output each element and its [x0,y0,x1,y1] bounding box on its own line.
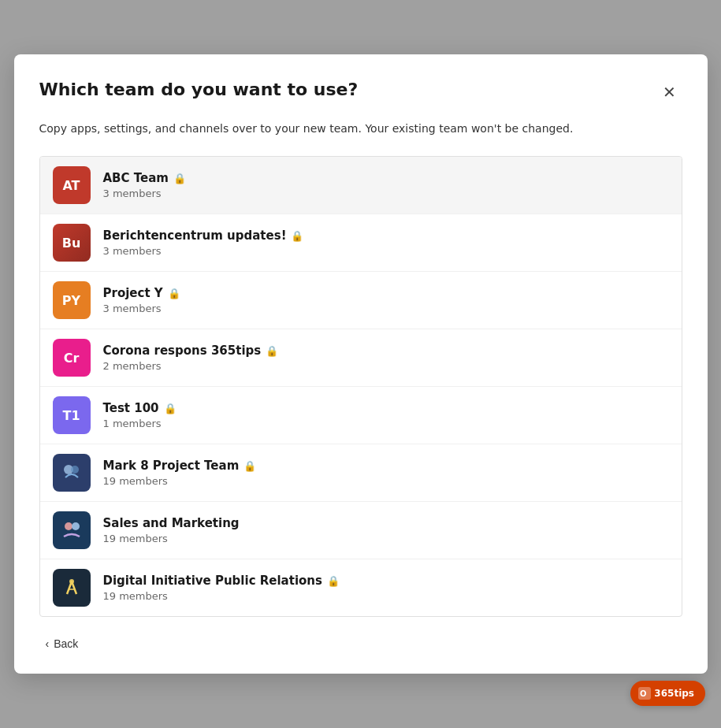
lock-icon: 🔒 [173,173,186,184]
team-info: Project Y 🔒 3 members [103,286,669,314]
team-avatar: T1 [53,396,91,434]
dialog-header: Which team do you want to use? ✕ [39,80,682,105]
team-avatar: Cr [53,339,91,377]
team-name: Berichtencentrum updates! [103,228,287,243]
team-name-row: Corona respons 365tips 🔒 [103,344,669,358]
team-members: 19 members [103,590,669,602]
svg-text:O: O [640,689,647,698]
team-members: 3 members [103,245,669,257]
lock-icon: 🔒 [164,403,177,414]
team-info: ABC Team 🔒 3 members [103,171,669,199]
lock-icon: 🔒 [168,288,180,299]
brand-badge: O 365tips [630,681,705,706]
team-members: 1 members [103,418,669,429]
team-name: Test 100 [103,401,159,415]
team-info: Sales and Marketing 19 members [103,516,669,544]
team-avatar-initials: Bu [62,236,81,251]
dialog-description: Copy apps, settings, and channels over t… [39,121,682,137]
team-avatar-initials: PY [62,293,80,308]
team-name-row: Sales and Marketing [103,516,669,530]
team-item[interactable]: AT ABC Team 🔒 3 members [40,157,682,214]
team-members: 2 members [103,360,669,372]
close-icon: ✕ [663,83,676,102]
team-avatar: Bu [53,224,91,262]
team-members: 3 members [103,188,669,199]
team-members: 3 members [103,303,669,314]
lock-icon: 🔒 [291,230,303,242]
svg-point-3 [72,522,80,530]
dialog-overlay: Which team do you want to use? ✕ Copy ap… [0,0,721,728]
brand-label: 365tips [654,688,694,699]
team-info: Corona respons 365tips 🔒 2 members [103,344,669,372]
team-avatar-initials: Cr [64,351,80,366]
team-item[interactable]: T1 Test 100 🔒 1 members [40,387,682,444]
team-members: 19 members [103,475,669,487]
team-members: 19 members [103,533,669,544]
team-picker-dialog: Which team do you want to use? ✕ Copy ap… [14,54,708,674]
dialog-footer: ‹ Back [39,633,682,655]
team-item[interactable]: Mark 8 Project Team 🔒 19 members [40,444,682,502]
team-name-row: Test 100 🔒 [103,401,669,415]
team-name: Sales and Marketing [103,516,240,530]
team-info: Digital Initiative Public Relations 🔒 19… [103,574,669,602]
team-info: Test 100 🔒 1 members [103,401,669,429]
team-item[interactable]: PY Project Y 🔒 3 members [40,272,682,329]
teams-list: AT ABC Team 🔒 3 members Bu Berichtencent… [39,156,682,617]
team-avatar [53,511,91,549]
svg-point-2 [65,522,72,530]
dialog-title: Which team do you want to use? [39,80,359,100]
lock-icon: 🔒 [266,345,278,357]
team-avatar [53,569,91,607]
back-label: Back [54,637,78,650]
team-name: Corona respons 365tips [103,344,262,358]
team-name-row: Mark 8 Project Team 🔒 [103,459,669,473]
team-info: Mark 8 Project Team 🔒 19 members [103,459,669,487]
svg-point-4 [69,579,74,584]
team-name: Digital Initiative Public Relations [103,574,322,588]
team-item[interactable]: Sales and Marketing 19 members [40,502,682,559]
team-item[interactable]: Bu Berichtencentrum updates! 🔒 3 members [40,214,682,272]
svg-point-1 [71,466,79,474]
back-button[interactable]: ‹ Back [39,633,85,655]
team-item[interactable]: Digital Initiative Public Relations 🔒 19… [40,559,682,616]
team-avatar: PY [53,281,91,319]
team-name: Project Y [103,286,163,300]
team-name-row: ABC Team 🔒 [103,171,669,185]
back-chevron-icon: ‹ [46,637,50,650]
team-name: ABC Team [103,171,169,185]
team-name-row: Digital Initiative Public Relations 🔒 [103,574,669,588]
team-avatar-initials: AT [62,178,80,193]
team-item[interactable]: Cr Corona respons 365tips 🔒 2 members [40,329,682,387]
team-name-row: Berichtencentrum updates! 🔒 [103,228,669,243]
brand-icon: O [638,687,651,700]
close-button[interactable]: ✕ [657,80,682,105]
team-name: Mark 8 Project Team [103,459,240,473]
team-avatar [53,454,91,492]
team-avatar: AT [53,166,91,204]
team-avatar-initials: T1 [62,408,80,423]
lock-icon: 🔒 [243,460,256,472]
team-info: Berichtencentrum updates! 🔒 3 members [103,228,669,257]
lock-icon: 🔒 [327,575,340,587]
team-name-row: Project Y 🔒 [103,286,669,300]
